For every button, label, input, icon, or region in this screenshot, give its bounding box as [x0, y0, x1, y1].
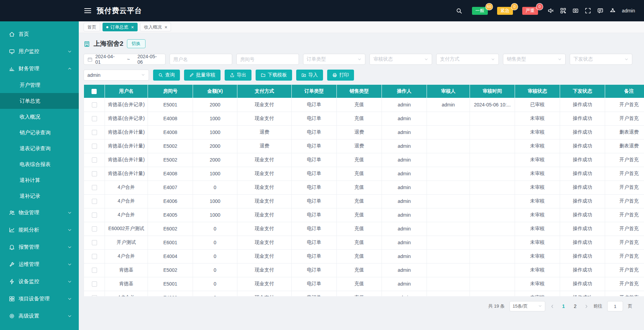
tab-close-icon[interactable]: × — [131, 25, 134, 30]
table-cell: 现金支付 — [237, 277, 292, 291]
user-name[interactable]: admin — [622, 8, 635, 13]
table-cell: 0 — [193, 222, 237, 236]
next-page-button[interactable] — [584, 304, 589, 309]
sidebar-item-alarm[interactable]: 报警管理 — [0, 238, 79, 256]
alert-badge-严重[interactable]: 严重0 — [522, 7, 538, 15]
select-all-checkbox[interactable] — [92, 89, 97, 94]
export-button[interactable]: 导出 — [225, 70, 251, 81]
download-template-button[interactable]: 下载模板 — [256, 70, 292, 81]
row-checkbox[interactable] — [92, 199, 97, 204]
row-checkbox[interactable] — [92, 268, 97, 273]
room-number-input-field[interactable] — [240, 56, 295, 62]
row-checkbox[interactable] — [92, 157, 97, 163]
query-button[interactable]: 查询 — [153, 70, 180, 81]
row-checkbox[interactable] — [92, 171, 97, 176]
chevron-down-icon — [141, 73, 145, 77]
sidebar-subitem-refund-calc[interactable]: 退补计算 — [0, 172, 79, 188]
row-checkbox[interactable] — [92, 213, 97, 218]
table-cell: 未审核 — [515, 249, 560, 263]
wardrobe-icon[interactable] — [610, 8, 616, 14]
sidebar-item-finance[interactable]: 财务管理 — [0, 60, 79, 77]
table-cell: 操作成功 — [560, 277, 605, 291]
batch-audit-button[interactable]: 批量审核 — [184, 70, 221, 81]
table-cell: 4户合并 — [105, 208, 148, 222]
page-number-2[interactable]: 2 — [571, 303, 579, 309]
sidebar-item-property[interactable]: 物业管理 — [0, 204, 79, 221]
tab-收入概况[interactable]: 收入概况× — [140, 23, 171, 31]
sidebar-subitem-label: 电表综合报表 — [20, 161, 51, 168]
table-cell: 现金支付 — [237, 194, 292, 208]
room-number-input[interactable] — [236, 54, 299, 65]
sidebar-item-user-monitor[interactable]: 用户监控 — [0, 43, 79, 60]
row-checkbox[interactable] — [92, 130, 97, 135]
sidebar-item-log[interactable]: 日志管理 — [0, 324, 79, 330]
sidebar-item-advanced-settings[interactable]: 高级设置 — [0, 307, 79, 324]
sidebar-item-label: 报警管理 — [19, 244, 39, 250]
sidebar-item-ops[interactable]: 运维管理 — [0, 256, 79, 273]
menu-toggle-icon[interactable] — [84, 7, 91, 14]
table-cell: 4户合并 — [105, 291, 148, 296]
tab-bar: 首页订单总览×收入概况× — [79, 21, 644, 33]
row-checkbox[interactable] — [92, 144, 97, 149]
tab-close-icon[interactable]: × — [164, 25, 167, 30]
page-size-select[interactable]: 15条/页 — [509, 301, 545, 311]
sidebar-subitem-income-overview[interactable]: 收入概况 — [0, 109, 79, 125]
table-cell: admin — [382, 194, 427, 208]
operator-select[interactable]: admin — [84, 70, 149, 81]
search-icon[interactable] — [456, 8, 462, 14]
row-checkbox[interactable] — [92, 254, 97, 259]
qrcode-icon[interactable] — [560, 8, 566, 14]
switch-project-button[interactable]: 切换 — [127, 39, 146, 48]
total-count: 共 19 条 — [488, 303, 505, 309]
row-checkbox[interactable] — [92, 281, 97, 287]
goto-page-input[interactable] — [607, 301, 623, 311]
row-checkbox[interactable] — [92, 226, 97, 231]
sidebar-subitem-open-account[interactable]: 开户管理 — [0, 77, 79, 93]
username-input-field[interactable] — [173, 56, 228, 62]
fullscreen-icon[interactable] — [585, 8, 591, 14]
sidebar-item-device-monitor[interactable]: 设备监控 — [0, 273, 79, 290]
mute-icon[interactable] — [548, 8, 554, 14]
sidebar-subitem-refund-record[interactable]: 退补记录 — [0, 188, 79, 204]
sidebar-item-energy-analysis[interactable]: 能耗分析 — [0, 221, 79, 238]
sidebar-item-home[interactable]: 首页 — [0, 25, 79, 43]
sidebar-subitem-close-account-query[interactable]: 销户记录查询 — [0, 125, 79, 141]
message-icon[interactable] — [597, 8, 603, 14]
row-checkbox[interactable] — [92, 295, 97, 296]
audit-status-select[interactable]: 审核状态 — [369, 54, 432, 65]
prev-page-button[interactable] — [550, 304, 555, 309]
tab-首页[interactable]: 首页 — [84, 23, 100, 31]
print-button[interactable]: 打印 — [327, 70, 354, 81]
table-row: 4户合并E40061000现金支付电订单充值admin未审核操作成功开户首充 — [84, 194, 644, 208]
ops-icon — [9, 261, 15, 267]
table-cell: 未审核 — [515, 181, 560, 194]
table-cell: 充值 — [337, 194, 382, 208]
sidebar-subitem-order-overview[interactable]: 订单总览 — [0, 93, 79, 109]
order-type-select[interactable]: 订单类型 — [303, 54, 366, 65]
username-input[interactable] — [170, 54, 232, 65]
capture-icon[interactable] — [572, 8, 579, 14]
alert-badge-紧急[interactable]: 紧急0 — [497, 7, 513, 15]
row-checkbox[interactable] — [92, 240, 97, 245]
table-cell: 已审核 — [515, 98, 560, 112]
row-checkbox[interactable] — [92, 185, 97, 190]
table-cell — [470, 208, 515, 222]
sidebar-subitem-meter-report[interactable]: 电表综合报表 — [0, 156, 79, 172]
import-button[interactable]: 导入 — [296, 70, 323, 81]
tab-订单总览[interactable]: 订单总览× — [103, 23, 138, 31]
table-cell: 现金支付 — [237, 167, 292, 181]
alert-badge-一般[interactable]: 一般60 — [472, 7, 488, 15]
sidebar-subitem-meter-return-query[interactable]: 退表记录查询 — [0, 141, 79, 156]
issue-status-select[interactable]: 下发状态 — [570, 54, 632, 65]
page-number-1[interactable]: 1 — [559, 303, 568, 309]
row-checkbox[interactable] — [92, 116, 97, 121]
table-cell: 0 — [193, 291, 237, 296]
row-checkbox[interactable] — [92, 102, 97, 107]
pay-method-select[interactable]: 支付方式 — [436, 54, 499, 65]
table-cell: 未审核 — [515, 153, 560, 167]
sale-type-select[interactable]: 销售类型 — [503, 54, 566, 65]
table-cell — [427, 291, 470, 296]
sidebar-item-label: 财务管理 — [19, 65, 39, 72]
date-range-input[interactable]: 2024-04-01 ~ 2024-05-06 — [84, 54, 165, 65]
sidebar-item-project-device[interactable]: 项目设备管理 — [0, 290, 79, 307]
